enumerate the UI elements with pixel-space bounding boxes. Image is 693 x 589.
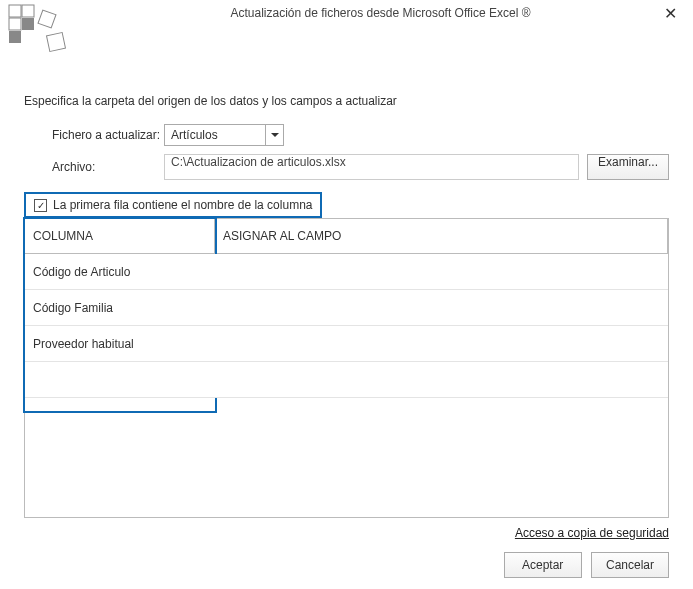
svg-rect-0: [9, 5, 21, 17]
file-to-update-label: Fichero a actualizar:: [24, 128, 164, 142]
svg-rect-6: [47, 33, 66, 52]
cancel-button[interactable]: Cancelar: [591, 552, 669, 578]
chevron-down-icon[interactable]: [265, 125, 283, 145]
svg-rect-5: [38, 10, 56, 28]
browse-button[interactable]: Examinar...: [587, 154, 669, 180]
assign-field-dropdown[interactable]: [215, 254, 668, 290]
cell-text: Código Familia: [33, 301, 113, 315]
instruction-text: Especifica la carpeta del origen de los …: [24, 94, 669, 108]
svg-rect-4: [9, 31, 21, 43]
first-row-header-label: La primera fila contiene el nombre de la…: [53, 198, 312, 212]
mapping-grid: COLUMNA ASIGNAR AL CAMPO Código de Artic…: [24, 218, 669, 518]
table-row[interactable]: Proveedor habitual: [25, 326, 215, 362]
assign-field-cell[interactable]: [215, 290, 668, 326]
grid-header-column[interactable]: COLUMNA: [25, 219, 215, 254]
assign-field-cell[interactable]: [215, 326, 668, 362]
grid-header-assign[interactable]: ASIGNAR AL CAMPO: [215, 219, 668, 254]
archive-label: Archivo:: [24, 160, 164, 174]
check-icon: ✓: [34, 199, 47, 212]
cell-text: Código de Articulo: [33, 265, 130, 279]
table-row[interactable]: Código de Articulo: [25, 254, 215, 290]
dialog-title: Actualización de ficheros desde Microsof…: [76, 4, 685, 20]
close-button[interactable]: ✕: [658, 4, 683, 24]
first-row-header-checkbox[interactable]: ✓ La primera fila contiene el nombre de …: [24, 192, 322, 218]
svg-rect-1: [22, 5, 34, 17]
svg-rect-2: [9, 18, 21, 30]
svg-rect-3: [22, 18, 34, 30]
table-row[interactable]: Código Familia: [25, 290, 215, 326]
archive-path-input[interactable]: C:\Actualizacion de articulos.xlsx: [164, 154, 579, 180]
backup-link[interactable]: Acceso a copia de seguridad: [515, 526, 669, 540]
app-logo: [8, 4, 66, 56]
accept-button[interactable]: Aceptar: [504, 552, 582, 578]
table-row: [25, 362, 215, 398]
cell-text: Proveedor habitual: [33, 337, 134, 351]
file-to-update-value: Artículos: [165, 128, 265, 142]
assign-field-cell: [215, 362, 668, 398]
file-to-update-combo[interactable]: Artículos: [164, 124, 284, 146]
